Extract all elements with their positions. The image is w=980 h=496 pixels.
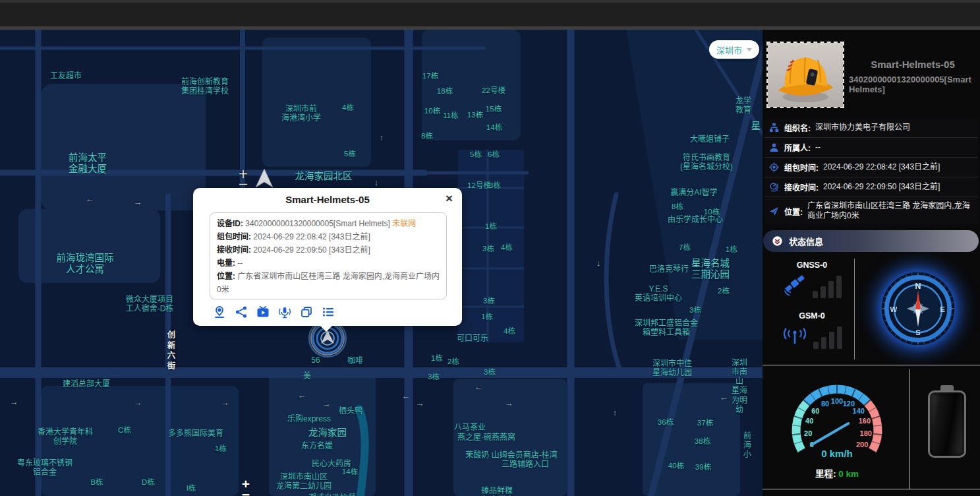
mileage-row: 里程: 0 km xyxy=(788,466,886,480)
info-row: 组包时间:2024-06-29 22:08:42 [343日之前] xyxy=(764,158,978,177)
gsm-signal-block: GSM-0 xyxy=(771,311,853,349)
info-row: 所属人:-- xyxy=(764,138,978,158)
gnss-label: GNSS-0 xyxy=(771,261,853,270)
status-section-header[interactable]: 状态信息 xyxy=(763,230,979,252)
compass-n: N xyxy=(915,282,921,291)
gauge-needle xyxy=(812,423,848,445)
helmet-image xyxy=(768,43,843,107)
gauge-tick-label: 20 xyxy=(804,429,812,437)
popup-title: Smart-Helmets-05 xyxy=(193,188,462,205)
share-icon[interactable] xyxy=(235,305,248,319)
gauge-tick-label: 180 xyxy=(860,429,872,437)
org-icon xyxy=(768,123,780,133)
gauge-tick-label: 100 xyxy=(831,397,843,405)
battery-indicator xyxy=(928,390,966,458)
device-id: 34020000001320000005[Smart Helmets] xyxy=(849,75,978,94)
gauge-tick-label: 160 xyxy=(859,417,871,425)
device-detail-panel: Smart-Helmets-05 34020000001320000005[Sm… xyxy=(763,30,980,496)
gsm-label: GSM-0 xyxy=(771,311,853,321)
popup-field: 组包时间: 2024-06-29 22:08:42 [343日之前] xyxy=(217,230,440,243)
gsm-signal-bars xyxy=(813,325,842,349)
speed-value: 0 km/h xyxy=(788,448,886,459)
direction-arrow-marker xyxy=(254,168,274,189)
gauge-tick-label: 80 xyxy=(821,400,829,408)
divider xyxy=(763,489,980,489)
compass-s: S xyxy=(915,328,921,336)
collapse-chevrons-icon xyxy=(772,235,783,247)
window-title-bar xyxy=(0,3,980,26)
divider xyxy=(763,365,980,365)
video-icon[interactable] xyxy=(256,305,270,319)
status-section-title: 状态信息 xyxy=(789,235,823,247)
compass-w: W xyxy=(890,305,897,313)
pack-time-icon xyxy=(768,162,780,173)
popup-field: 位置: 广东省深圳市南山区桂湾三路 龙海家园内,龙海商业广场内0米 xyxy=(217,270,440,296)
popup-field: 设备ID: 34020000001320000005[Smart Helmets… xyxy=(217,217,440,230)
speed-gauge: 020406080100120140160180200 xyxy=(774,373,900,458)
person-icon xyxy=(768,142,780,153)
divider xyxy=(854,259,855,359)
compass-widget: N E S W xyxy=(877,268,959,350)
network-status-badge: 未联网 xyxy=(390,219,416,228)
gnss-signal-block: GNSS-0 xyxy=(771,261,853,298)
chevron-down-icon xyxy=(747,48,752,51)
city-selector-label: 深圳市 xyxy=(716,44,742,56)
map-zoom-control: + − xyxy=(238,479,254,496)
antenna-icon xyxy=(782,325,808,349)
mileage-label: 里程: xyxy=(815,469,836,479)
location-icon xyxy=(768,206,780,216)
info-row: 接收时间:2024-06-29 22:09:50 [343日之前] xyxy=(764,177,978,197)
gauge-tick-label: 60 xyxy=(811,407,819,415)
device-name: Smart-Helmets-05 xyxy=(848,59,977,70)
zoom-out-button[interactable]: − xyxy=(238,489,254,496)
device-info-popup: Smart-Helmets-05 × 设备ID: 340200000013200… xyxy=(193,188,462,326)
satellite-icon xyxy=(782,273,807,298)
city-selector-dropdown[interactable]: 深圳市 xyxy=(709,40,759,59)
info-row: 组织名:深圳市协力美电子有限公司 xyxy=(764,118,978,138)
device-photo xyxy=(766,42,844,108)
close-icon[interactable]: × xyxy=(446,192,453,205)
locate-icon[interactable] xyxy=(213,305,226,319)
popup-field: 接收时间: 2024-06-29 22:09:50 [343日之前] xyxy=(217,243,440,257)
gauge-tick-label: 140 xyxy=(853,407,865,415)
mileage-value: 0 km xyxy=(838,469,859,479)
copy-icon[interactable] xyxy=(300,305,313,319)
app-window: 工友超市前海创新教育 集团桂湾学校深圳市前 海港湾小学4栋17栋18栋22号楼1… xyxy=(0,0,980,496)
divider xyxy=(909,369,909,489)
device-info-card: 组织名:深圳市协力美电子有限公司所属人:--组包时间:2024-06-29 22… xyxy=(764,118,978,225)
popup-action-bar xyxy=(213,305,335,319)
mic-icon[interactable] xyxy=(278,305,291,319)
popup-field: 电量: -- xyxy=(217,257,440,270)
popup-fields: 设备ID: 34020000001320000005[Smart Helmets… xyxy=(210,212,447,299)
gnss-signal-bars xyxy=(813,274,842,298)
list-icon[interactable] xyxy=(322,305,335,319)
receive-time-icon xyxy=(768,182,780,193)
compass-e: E xyxy=(940,305,945,313)
info-row: 位置:广东省深圳市南山区桂湾三路 龙海家园内,龙海商业广场内0米 xyxy=(764,197,978,225)
gauge-tick-label: 40 xyxy=(805,417,813,425)
